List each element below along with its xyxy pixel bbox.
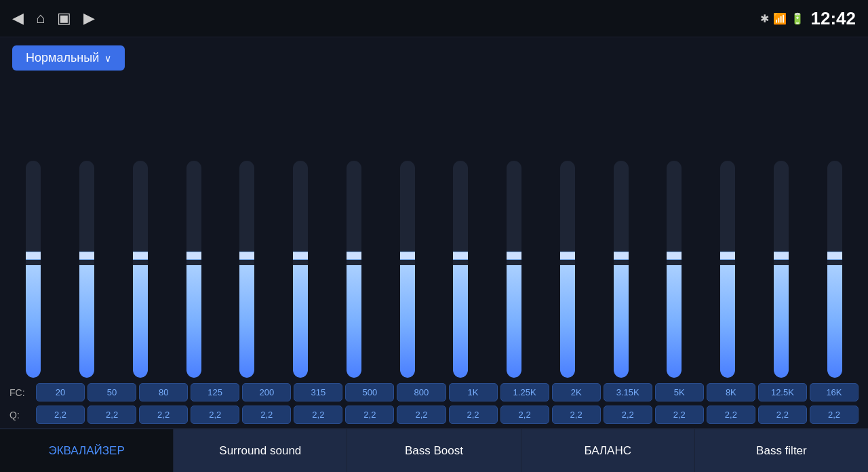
fc-chip[interactable]: 8K xyxy=(707,383,755,401)
slider-thumb[interactable] xyxy=(186,252,201,260)
slider-fill xyxy=(79,265,94,378)
system-icons: ✱ 📶 🔋 xyxy=(760,12,804,25)
q-chip[interactable]: 2,2 xyxy=(139,406,188,424)
slider-thumb[interactable] xyxy=(26,252,41,260)
slider-fill xyxy=(400,265,415,378)
q-chip[interactable]: 2,2 xyxy=(242,406,291,424)
q-chip[interactable]: 2,2 xyxy=(294,406,342,424)
slider-track xyxy=(453,161,468,378)
slider-col[interactable] xyxy=(594,161,648,378)
fc-chip[interactable]: 800 xyxy=(397,383,446,401)
slider-fill xyxy=(186,265,201,378)
slider-col[interactable] xyxy=(808,161,861,378)
slider-thumb[interactable] xyxy=(79,252,94,260)
eq-area: FC: 2050801252003155008001K1.25K2K3.15K5… xyxy=(0,76,868,428)
slider-fill xyxy=(239,265,254,378)
q-chip[interactable]: 2,2 xyxy=(552,406,601,424)
fc-chip[interactable]: 50 xyxy=(87,383,136,401)
slider-col[interactable] xyxy=(114,161,167,378)
slider-col[interactable] xyxy=(7,161,60,378)
fc-chip[interactable]: 2K xyxy=(552,383,601,401)
slider-col[interactable] xyxy=(220,161,274,378)
slider-thumb[interactable] xyxy=(453,252,468,260)
slider-thumb[interactable] xyxy=(720,252,735,260)
slider-thumb[interactable] xyxy=(239,252,254,260)
slider-col[interactable] xyxy=(328,161,381,378)
q-chip[interactable]: 2,2 xyxy=(449,406,498,424)
nav-item-bassboost[interactable]: Bass Boost xyxy=(347,429,521,472)
fc-chip[interactable]: 3.15K xyxy=(604,383,652,401)
slider-fill xyxy=(26,265,41,378)
fc-chip[interactable]: 500 xyxy=(345,383,394,401)
slider-thumb[interactable] xyxy=(507,252,521,260)
fc-chip[interactable]: 5K xyxy=(655,383,704,401)
slider-thumb[interactable] xyxy=(667,252,682,260)
slider-track xyxy=(667,161,682,378)
q-chip[interactable]: 2,2 xyxy=(345,406,394,424)
slider-thumb[interactable] xyxy=(774,252,789,260)
q-chip[interactable]: 2,2 xyxy=(36,406,85,424)
preset-button[interactable]: Нормальный ∨ xyxy=(12,45,125,71)
fc-chip[interactable]: 20 xyxy=(36,383,85,401)
nav-item-surround[interactable]: Surround sound xyxy=(174,429,347,472)
q-chip[interactable]: 2,2 xyxy=(758,406,807,424)
slider-track xyxy=(347,161,361,378)
main-content: Нормальный ∨ FC: 2050801252003155008001K… xyxy=(0,37,868,472)
nav-item-bassfilter[interactable]: Bass filter xyxy=(695,429,868,472)
square-icon[interactable]: ▣ xyxy=(57,9,71,27)
slider-fill xyxy=(133,265,148,378)
slider-col[interactable] xyxy=(274,161,328,378)
slider-thumb[interactable] xyxy=(400,252,415,260)
q-chip[interactable]: 2,2 xyxy=(604,406,652,424)
slider-fill xyxy=(614,265,629,378)
fc-chip[interactable]: 315 xyxy=(294,383,342,401)
slider-thumb[interactable] xyxy=(560,252,575,260)
clock: 12:42 xyxy=(811,8,856,29)
slider-col[interactable] xyxy=(701,161,755,378)
slider-col[interactable] xyxy=(648,161,701,378)
slider-track xyxy=(614,161,629,378)
fc-label: FC: xyxy=(9,387,33,398)
preset-label: Нормальный xyxy=(26,51,99,65)
nav-item-equalizer[interactable]: ЭКВАЛАЙЗЕР xyxy=(0,429,174,472)
home-icon[interactable]: ⌂ xyxy=(36,9,45,27)
fc-chip[interactable]: 125 xyxy=(191,383,239,401)
slider-track xyxy=(400,161,415,378)
q-chip[interactable]: 2,2 xyxy=(191,406,239,424)
slider-col[interactable] xyxy=(541,161,595,378)
slider-fill xyxy=(347,265,361,378)
fc-chip[interactable]: 12.5K xyxy=(758,383,807,401)
slider-col[interactable] xyxy=(755,161,808,378)
slider-track xyxy=(720,161,735,378)
q-row: Q: 2,22,22,22,22,22,22,22,22,22,22,22,22… xyxy=(7,406,861,424)
slider-col[interactable] xyxy=(434,161,488,378)
back-icon[interactable]: ◀ xyxy=(12,9,24,27)
slider-fill xyxy=(560,265,575,378)
fc-chip[interactable]: 16K xyxy=(810,383,859,401)
slider-track xyxy=(133,161,148,378)
fc-row: FC: 2050801252003155008001K1.25K2K3.15K5… xyxy=(7,383,861,401)
fc-chip[interactable]: 1.25K xyxy=(500,383,549,401)
play-icon[interactable]: ▶ xyxy=(83,9,95,27)
nav-item-balance[interactable]: БАЛАНС xyxy=(521,429,695,472)
status-bar: ◀ ⌂ ▣ ▶ ✱ 📶 🔋 12:42 xyxy=(0,0,868,37)
fc-chip[interactable]: 200 xyxy=(242,383,291,401)
slider-col[interactable] xyxy=(167,161,220,378)
slider-thumb[interactable] xyxy=(133,252,148,260)
q-chip[interactable]: 2,2 xyxy=(810,406,859,424)
slider-thumb[interactable] xyxy=(293,252,308,260)
slider-thumb[interactable] xyxy=(827,252,842,260)
q-chip[interactable]: 2,2 xyxy=(500,406,549,424)
slider-thumb[interactable] xyxy=(347,252,361,260)
fc-chip[interactable]: 1K xyxy=(449,383,498,401)
slider-col[interactable] xyxy=(488,161,541,378)
q-chip[interactable]: 2,2 xyxy=(707,406,755,424)
slider-fill xyxy=(453,265,468,378)
fc-chip[interactable]: 80 xyxy=(139,383,188,401)
slider-thumb[interactable] xyxy=(614,252,629,260)
slider-col[interactable] xyxy=(60,161,114,378)
q-chip[interactable]: 2,2 xyxy=(87,406,136,424)
q-chip[interactable]: 2,2 xyxy=(655,406,704,424)
q-chip[interactable]: 2,2 xyxy=(397,406,446,424)
slider-col[interactable] xyxy=(380,161,434,378)
